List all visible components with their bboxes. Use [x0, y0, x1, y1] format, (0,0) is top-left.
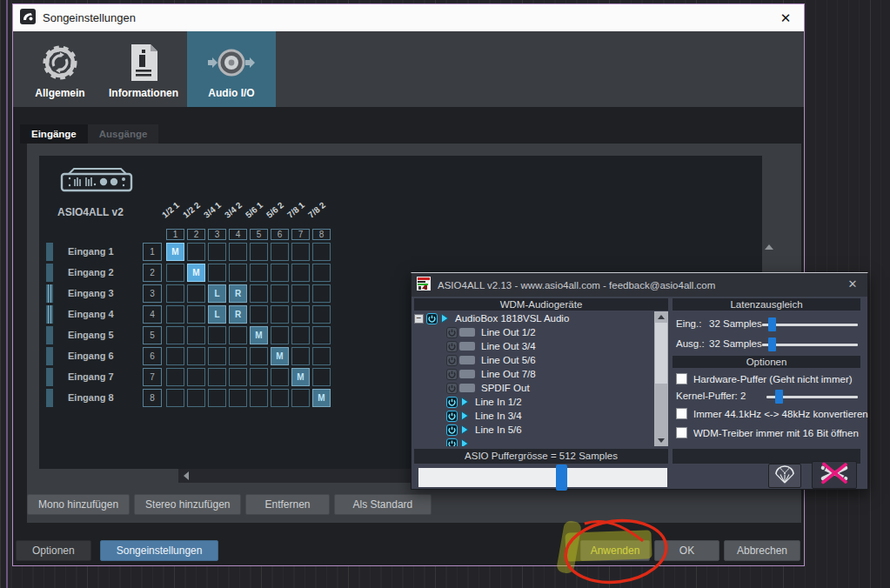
matrix-cell-r1c5[interactable] [250, 243, 268, 261]
dialog-close-icon[interactable]: ✕ [776, 9, 795, 28]
matrix-cell-r7c3[interactable] [208, 368, 226, 386]
matrix-cell-r6c2[interactable] [187, 347, 205, 365]
kernel-buffer-slider[interactable] [766, 392, 858, 401]
matrix-cell-r7c2[interactable] [187, 368, 205, 386]
power-icon[interactable] [446, 438, 458, 447]
device-tree-scrollbar[interactable] [654, 311, 668, 446]
device-tree-item-audiobox-1818vsl-audio[interactable]: − AudioBox 1818VSL Audio [414, 311, 654, 325]
device-tree-item-line-in-5-6[interactable]: Line In 5/6 [414, 423, 654, 437]
matrix-cell-r1c8[interactable] [312, 243, 331, 261]
matrix-cell-r8c6[interactable] [271, 389, 289, 407]
power-icon[interactable] [426, 313, 438, 324]
device-tree-item-line-in-3-4[interactable]: Line In 3/4 [414, 409, 654, 423]
matrix-cell-r4c5[interactable] [250, 305, 268, 324]
matrix-cell-r2c1[interactable] [166, 264, 184, 282]
matrix-cell-r8c3[interactable] [208, 389, 226, 407]
matrix-cell-r4c8[interactable] [312, 305, 331, 324]
entfernen-button[interactable]: Entfernen [245, 494, 329, 515]
matrix-cell-r4c2[interactable] [187, 305, 205, 324]
matrix-cell-r2c7[interactable] [291, 264, 310, 282]
matrix-cell-r8c4[interactable] [229, 389, 247, 407]
matrix-cell-r7c4[interactable] [229, 368, 247, 386]
latency-slider[interactable] [762, 340, 858, 349]
power-icon[interactable] [446, 383, 458, 394]
matrix-cell-r5c7[interactable] [291, 326, 310, 344]
device-tree-item-spdif-out[interactable]: SPDIF Out [414, 381, 654, 395]
matrix-cell-r3c8[interactable] [312, 284, 331, 303]
matrix-cell-r2c8[interactable] [312, 264, 331, 282]
slider-thumb[interactable] [768, 317, 776, 331]
matrix-cell-r3c1[interactable] [166, 284, 184, 303]
tab-eing-nge[interactable]: Eingänge [20, 124, 88, 144]
power-icon[interactable] [446, 327, 458, 338]
matrix-cell-r7c8[interactable] [312, 368, 331, 386]
matrix-cell-r6c6[interactable]: M [271, 347, 289, 365]
device-tree-item-item[interactable] [414, 437, 654, 446]
matrix-cell-r8c5[interactable] [250, 389, 268, 407]
matrix-cell-r3c7[interactable] [291, 284, 310, 303]
matrix-cell-r6c3[interactable] [208, 347, 226, 365]
toolbar-item-informationen[interactable]: Informationen [100, 31, 187, 107]
matrix-cell-r1c1[interactable]: M [166, 243, 184, 261]
scrollbar-thumb[interactable] [655, 323, 667, 384]
device-tree-item-line-out-5-6[interactable]: Line Out 5/6 [414, 353, 654, 367]
matrix-cell-r1c3[interactable] [208, 243, 226, 261]
als-standard-button[interactable]: Als Standard [334, 494, 432, 515]
matrix-cell-r5c3[interactable] [208, 326, 226, 344]
latency-slider[interactable] [762, 320, 858, 329]
matrix-cell-r5c6[interactable] [271, 326, 289, 344]
checkbox-immer-44-1khz-48khz-konvertieren[interactable] [676, 408, 687, 419]
power-icon[interactable] [446, 397, 458, 408]
matrix-cell-r2c5[interactable] [250, 264, 268, 282]
matrix-cell-r1c2[interactable] [187, 243, 205, 261]
matrix-cell-r6c1[interactable] [166, 347, 184, 365]
matrix-cell-r3c3[interactable]: L [208, 284, 226, 303]
matrix-cell-r6c8[interactable] [312, 347, 331, 365]
abbrechen-button[interactable]: Abbrechen [724, 540, 800, 561]
device-tree-item-line-out-3-4[interactable]: Line Out 3/4 [414, 339, 654, 353]
matrix-cell-r5c4[interactable] [229, 326, 247, 344]
matrix-cell-r2c3[interactable] [208, 264, 226, 282]
matrix-cell-r7c5[interactable] [250, 368, 268, 386]
power-icon[interactable] [446, 424, 458, 436]
checkbox-hardware-puffer-geht-nicht-immer[interactable] [676, 373, 687, 384]
matrix-cell-r5c1[interactable] [166, 326, 184, 344]
device-tree-item-line-out-1-2[interactable]: Line Out 1/2 [414, 325, 654, 339]
matrix-cell-r2c4[interactable] [229, 264, 247, 282]
matrix-cell-r1c7[interactable] [291, 243, 310, 261]
matrix-cell-r4c6[interactable] [271, 305, 289, 324]
scroll-up-icon[interactable] [658, 315, 665, 319]
matrix-vertical-scroll-up[interactable] [765, 244, 773, 250]
matrix-cell-r3c4[interactable]: R [229, 284, 247, 303]
matrix-cell-r4c1[interactable] [166, 305, 184, 324]
matrix-cell-r7c6[interactable] [271, 368, 289, 386]
matrix-cell-r6c7[interactable] [291, 347, 310, 365]
power-icon[interactable] [446, 341, 458, 352]
matrix-cell-r3c6[interactable] [271, 284, 289, 303]
matrix-cell-r8c1[interactable] [166, 389, 184, 407]
asio-buffer-size-slider[interactable] [418, 468, 667, 487]
matrix-cell-r4c4[interactable]: R [229, 305, 247, 324]
matrix-cell-r6c4[interactable] [229, 347, 247, 365]
matrix-cell-r6c5[interactable] [250, 347, 268, 365]
matrix-cell-r1c6[interactable] [271, 243, 289, 261]
matrix-cell-r4c3[interactable]: L [208, 305, 226, 324]
matrix-cell-r7c1[interactable] [166, 368, 184, 386]
power-icon[interactable] [446, 369, 458, 380]
matrix-cell-r2c2[interactable]: M [187, 264, 205, 282]
asio4all-close-icon[interactable]: ✕ [845, 277, 860, 292]
optionen-button[interactable]: Optionen [16, 540, 91, 561]
stereo-hinzuf-gen-button[interactable]: Stereo hinzufügen [134, 494, 241, 515]
matrix-cell-r3c2[interactable] [187, 284, 205, 303]
mono-hinzuf-gen-button[interactable]: Mono hinzufügen [27, 494, 130, 515]
slider-thumb[interactable] [775, 390, 783, 404]
slider-thumb[interactable] [768, 337, 776, 351]
matrix-cell-r3c5[interactable] [250, 284, 268, 303]
matrix-cell-r8c2[interactable] [187, 389, 205, 407]
buffer-slider-thumb[interactable] [556, 464, 567, 491]
matrix-cell-r5c2[interactable] [187, 326, 205, 344]
matrix-scroll-left-icon[interactable] [184, 471, 189, 480]
matrix-cell-r8c7[interactable] [291, 389, 310, 407]
parachute-safe-mode-button[interactable] [768, 464, 801, 488]
power-icon[interactable] [446, 355, 458, 366]
